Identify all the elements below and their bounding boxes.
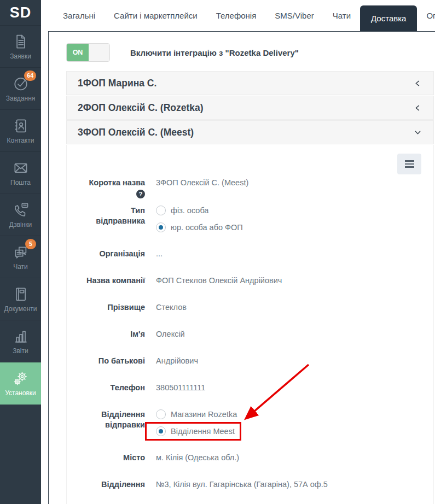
toggle-on-state: ON: [67, 44, 89, 61]
accordion-header-fop3[interactable]: 3ФОП Олексій С. (Meest): [66, 120, 434, 144]
accordion-header-fop1[interactable]: 1ФОП Марина С.: [66, 71, 434, 95]
contacts-book-icon: [13, 118, 29, 134]
form-row-first-name: Ім'я Олексій: [67, 329, 433, 339]
sidebar-item-zvity[interactable]: Звіти: [0, 320, 41, 362]
last-name-label: Прізвище: [67, 302, 145, 313]
radio-circle-checked[interactable]: [156, 222, 166, 232]
radio-circle[interactable]: [156, 206, 166, 215]
radio-viddilennya-meest[interactable]: Відділення Meest: [156, 426, 235, 436]
form-row-dispatch-branch: Відділення відправки Магазини Rozetka Ві…: [67, 409, 433, 436]
sidebar-item-label: Чати: [13, 263, 28, 271]
accordion-body-fop3: Коротка назва ? 3ФОП Олексій С. (Meest) …: [66, 145, 434, 504]
integration-toggle[interactable]: ON: [66, 43, 110, 62]
sidebar-item-zayavky[interactable]: Заявки: [0, 26, 41, 68]
gear-icon: [13, 370, 29, 386]
city-value[interactable]: м. Кілія (Одеська обл.): [156, 453, 239, 463]
settings-tabbar: Загальні Сайти і маркетплейси Телефонія …: [41, 0, 435, 31]
branch-value[interactable]: №3, Кілія вул. Гагарінська (Гагаріна), 5…: [156, 479, 328, 490]
tab-telefoniya[interactable]: Телефонія: [207, 0, 266, 31]
sidebar: SD Заявки 64 Завдання Контакти Пошта: [0, 0, 41, 504]
sidebar-item-label: Контакти: [7, 137, 34, 144]
tasks-count-badge: 64: [24, 71, 36, 81]
sidebar-item-poshta[interactable]: Пошта: [0, 152, 41, 194]
delivery-settings-panel: ON Включити інтеграцію з "Rozetka Delive…: [48, 31, 435, 504]
tab-dostavka[interactable]: Доставка: [360, 5, 417, 31]
tab-oplata[interactable]: Оплата: [417, 0, 435, 31]
tab-sms-viber[interactable]: SMS/Viber: [265, 0, 323, 31]
accordion-title: 1ФОП Марина С.: [78, 78, 156, 89]
radio-fiz-osoba[interactable]: фіз. особа: [156, 206, 208, 215]
sidebar-item-ustanovky[interactable]: Установки: [0, 362, 41, 405]
phone-label: Телефон: [67, 383, 145, 393]
sidebar-item-dokumenty[interactable]: Документи: [0, 278, 41, 320]
sender-type-radio-group: фіз. особа юр. особа або ФОП: [156, 206, 243, 232]
sidebar-item-zavdannya[interactable]: 64 Завдання: [0, 68, 41, 110]
dispatch-branch-label: Відділення відправки: [67, 409, 145, 436]
accordion-title: 3ФОП Олексій С. (Meest): [78, 127, 194, 138]
main-area: Загальні Сайти і маркетплейси Телефонія …: [41, 0, 435, 504]
radio-yur-osoba[interactable]: юр. особа або ФОП: [156, 222, 243, 232]
form-row-company: Назва компанії ФОП Стеклов Олексій Андрі…: [67, 276, 433, 286]
tab-chaty[interactable]: Чати: [323, 0, 360, 31]
form-row-phone: Телефон 380501111111: [67, 383, 433, 393]
app-logo[interactable]: SD: [0, 0, 41, 26]
branch-label: Відділення: [67, 479, 145, 490]
first-name-label: Ім'я: [67, 329, 145, 339]
middle-name-label: По батькові: [67, 356, 145, 366]
sidebar-item-kontakty[interactable]: Контакти: [0, 110, 41, 152]
sidebar-item-label: Установки: [5, 389, 36, 397]
middle-name-value[interactable]: Андрійович: [156, 356, 198, 366]
book-icon: [13, 286, 29, 302]
sidebar-item-label: Документи: [4, 305, 37, 313]
form-row-sender-type: Тип відправника фіз. особа юр. особа або…: [67, 206, 433, 232]
company-label: Назва компанії: [67, 276, 145, 286]
form-row-middle-name: По батькові Андрійович: [67, 356, 433, 366]
last-name-value[interactable]: Стеклов: [156, 302, 187, 313]
toggle-off-half: [89, 44, 109, 61]
sender-type-label: Тип відправника: [67, 206, 145, 232]
panel-menu-button[interactable]: [397, 154, 421, 174]
dispatch-branch-radio-group: Магазини Rozetka Відділення Meest: [156, 409, 237, 436]
chevron-left-icon: [414, 104, 421, 112]
phone-value[interactable]: 380501111111: [156, 383, 205, 393]
sidebar-item-label: Звіти: [13, 347, 28, 355]
chevron-down-icon: [414, 129, 421, 136]
file-icon: [13, 33, 29, 50]
company-value[interactable]: ФОП Стеклов Олексій Андрійович: [156, 276, 282, 286]
accordion-header-fop2[interactable]: 2ФОП Олексій С. (Rozetka): [66, 96, 434, 120]
sidebar-item-label: Завдання: [6, 95, 36, 102]
form-row-short-name: Коротка назва ? 3ФОП Олексій С. (Meest): [67, 178, 433, 199]
form-row-last-name: Прізвище Стеклов: [67, 302, 433, 313]
city-label: Місто: [67, 453, 145, 463]
accordion-title: 2ФОП Олексій С. (Rozetka): [78, 102, 204, 114]
organization-value[interactable]: ...: [156, 249, 163, 259]
form-row-branch: Відділення №3, Кілія вул. Гагарінська (Г…: [67, 479, 433, 490]
integration-toggle-row: ON Включити інтеграцію з "Rozetka Delive…: [66, 43, 434, 62]
radio-circle-checked[interactable]: [156, 426, 166, 436]
radio-magazyny-rozetka[interactable]: Магазини Rozetka: [156, 409, 237, 419]
form-row-organization: Організація ...: [67, 249, 433, 259]
sidebar-item-chaty[interactable]: 5 Чати: [0, 236, 41, 278]
bar-chart-icon: [13, 328, 29, 344]
organization-label: Організація: [67, 249, 145, 259]
sidebar-item-dzvinky[interactable]: Дзвінки: [0, 194, 41, 236]
sender-form: Коротка назва ? 3ФОП Олексій С. (Meest) …: [67, 178, 433, 490]
sidebar-item-label: Пошта: [10, 179, 31, 186]
form-row-city: Місто м. Кілія (Одеська обл.): [67, 453, 433, 463]
tab-zagalni[interactable]: Загальні: [54, 0, 105, 31]
hamburger-icon: [405, 160, 414, 162]
short-name-value[interactable]: 3ФОП Олексій С. (Meest): [156, 178, 248, 199]
first-name-value[interactable]: Олексій: [156, 329, 185, 339]
radio-circle[interactable]: [156, 409, 166, 419]
envelope-icon: [13, 160, 29, 176]
sidebar-item-label: Заявки: [10, 52, 31, 60]
chats-count-badge: 5: [25, 239, 36, 249]
phone-icon: [13, 202, 29, 218]
chevron-left-icon: [414, 80, 421, 87]
short-name-label: Коротка назва ?: [67, 178, 145, 199]
sidebar-item-label: Дзвінки: [9, 221, 32, 228]
tab-sites-marketplaces[interactable]: Сайти і маркетплейси: [105, 0, 207, 31]
help-icon[interactable]: ?: [136, 190, 145, 198]
integration-toggle-label: Включити інтеграцію з "Rozetka Delivery": [130, 48, 299, 57]
